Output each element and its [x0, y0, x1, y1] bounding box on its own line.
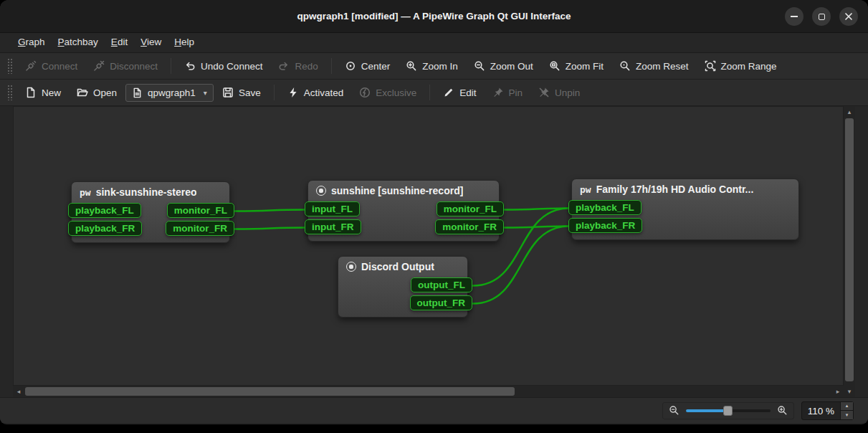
pencil-icon — [443, 87, 454, 98]
zoom-spin-down-icon[interactable] — [841, 410, 853, 419]
port-monitor-fr[interactable]: monitor_FR — [166, 221, 234, 236]
open-folder-icon — [77, 87, 88, 98]
toolbar-separator — [274, 85, 275, 100]
unpin-icon — [538, 87, 550, 98]
close-button[interactable] — [839, 7, 858, 26]
zoom-slider[interactable] — [686, 405, 771, 417]
redo-button[interactable]: Redo — [271, 55, 325, 77]
zoom-spinbox[interactable]: 110 % — [801, 401, 854, 420]
maximize-icon — [819, 14, 825, 20]
menu-edit[interactable]: Edit — [105, 33, 134, 52]
node-title: Discord Output — [361, 261, 434, 272]
graph-canvas[interactable]: pw sink-sunshine-stereo playback_FL moni… — [13, 106, 844, 386]
broadcast-icon — [316, 186, 326, 196]
menu-bar: Graph Patchbay Edit View Help — [0, 33, 868, 53]
menu-patchbay[interactable]: Patchbay — [52, 33, 105, 52]
minimize-button[interactable] — [785, 7, 803, 26]
node-sunshine-record[interactable]: sunshine [sunshine-record] input_FL moni… — [307, 180, 500, 242]
zoom-range-button[interactable]: Zoom Range — [697, 55, 784, 77]
center-button[interactable]: Center — [338, 55, 398, 77]
broadcast-icon — [346, 262, 356, 272]
patchbay-selector[interactable]: qpwgraph1 ▾ — [125, 84, 214, 102]
connection-lines — [14, 107, 843, 385]
zoom-fit-icon — [549, 60, 561, 72]
unpin-button[interactable]: Unpin — [531, 82, 587, 103]
horizontal-scrollbar[interactable] — [13, 386, 844, 397]
redo-icon — [278, 60, 290, 72]
undo-connect-button[interactable]: Undo Connect — [177, 55, 270, 77]
window-controls — [785, 7, 858, 26]
port-monitor-fl[interactable]: monitor_FL — [167, 203, 234, 218]
zoom-spin-up-icon[interactable] — [841, 402, 853, 411]
window-title: qpwgraph1 [modified] — A PipeWire Graph … — [297, 11, 571, 22]
statusbar-zoom-in-icon[interactable] — [777, 405, 788, 416]
horizontal-scroll-handle[interactable] — [25, 387, 515, 396]
connect-button[interactable]: Connect — [18, 55, 85, 77]
port-output-fl[interactable]: output_FL — [411, 277, 472, 292]
toolbar-separator — [429, 85, 430, 100]
slider-fill — [686, 409, 726, 412]
new-file-icon — [25, 87, 37, 98]
canvas-frame: pw sink-sunshine-stereo playback_FL moni… — [13, 106, 855, 397]
title-bar[interactable]: qpwgraph1 [modified] — A PipeWire Graph … — [0, 0, 868, 33]
node-title: sink-sunshine-stereo — [96, 186, 197, 198]
zoom-out-button[interactable]: Zoom Out — [467, 55, 540, 77]
new-patchbay-button[interactable]: New — [18, 82, 68, 103]
node-title: Family 17h/19h HD Audio Contr... — [596, 184, 754, 195]
menu-help[interactable]: Help — [168, 33, 201, 52]
port-playback-fl[interactable]: playback_FL — [568, 200, 642, 215]
port-playback-fr[interactable]: playback_FR — [568, 218, 642, 233]
maximize-button[interactable] — [812, 7, 831, 26]
open-patchbay-button[interactable]: Open — [70, 82, 124, 103]
exclusive-toggle[interactable]: Exclusive — [352, 82, 424, 103]
disconnect-icon — [93, 60, 105, 72]
menu-graph[interactable]: Graph — [11, 33, 52, 52]
zoom-fit-button[interactable]: Zoom Fit — [542, 55, 611, 77]
node-family-hd-audio-controller[interactable]: pw Family 17h/19h HD Audio Contr... play… — [571, 179, 799, 240]
statusbar-zoom-out-icon[interactable] — [669, 405, 679, 416]
patchbay-file-icon — [132, 87, 143, 98]
app-window: qpwgraph1 [modified] — A PipeWire Graph … — [0, 0, 868, 424]
activated-toggle[interactable]: Activated — [280, 82, 351, 103]
slider-thumb[interactable] — [723, 406, 733, 416]
port-monitor-fl[interactable]: monitor_FL — [437, 201, 504, 217]
undo-icon — [184, 60, 196, 72]
disconnect-button[interactable]: Disconnect — [86, 55, 165, 77]
zoom-value: 110 % — [802, 402, 840, 419]
port-input-fr[interactable]: input_FR — [305, 219, 361, 234]
zoom-range-icon — [705, 60, 716, 72]
lightning-icon — [287, 87, 299, 98]
pipewire-icon: pw — [580, 185, 591, 194]
node-sink-sunshine-stereo[interactable]: pw sink-sunshine-stereo playback_FL moni… — [71, 181, 230, 243]
toolbar-separator — [171, 58, 171, 74]
pin-button[interactable]: Pin — [485, 82, 530, 103]
port-monitor-fr[interactable]: monitor_FR — [435, 219, 504, 234]
zoom-in-button[interactable]: Zoom In — [399, 55, 465, 77]
save-patchbay-button[interactable]: Save — [215, 82, 268, 103]
node-discord-output[interactable]: Discord Output output_FL output_FR — [338, 256, 468, 318]
port-input-fl[interactable]: input_FL — [305, 201, 360, 217]
port-playback-fl[interactable]: playback_FL — [68, 203, 141, 218]
minimize-icon — [791, 16, 798, 17]
scroll-left-icon[interactable] — [13, 386, 24, 397]
pin-icon — [492, 87, 504, 98]
menu-view[interactable]: View — [134, 33, 168, 52]
scroll-down-icon[interactable] — [844, 386, 855, 397]
scroll-up-icon[interactable] — [844, 106, 855, 118]
status-bar: 110 % — [0, 397, 868, 423]
port-playback-fr[interactable]: playback_FR — [68, 221, 142, 236]
toolbar-drag-handle[interactable] — [7, 85, 12, 100]
toolbar-drag-handle[interactable] — [7, 58, 12, 74]
vertical-scrollbar[interactable] — [844, 106, 855, 397]
node-title: sunshine [sunshine-record] — [331, 185, 463, 196]
edit-patchbay-button[interactable]: Edit — [436, 82, 483, 103]
zoom-slider-group — [662, 402, 794, 419]
port-output-fr[interactable]: output_FR — [410, 295, 472, 310]
zoom-reset-icon — [619, 60, 631, 72]
center-icon — [345, 60, 356, 72]
circled-lightning-icon — [359, 87, 371, 98]
scroll-right-icon[interactable] — [832, 386, 844, 397]
pipewire-icon: pw — [80, 188, 91, 197]
zoom-reset-button[interactable]: Zoom Reset — [612, 55, 696, 77]
vertical-scroll-handle[interactable] — [845, 118, 854, 381]
